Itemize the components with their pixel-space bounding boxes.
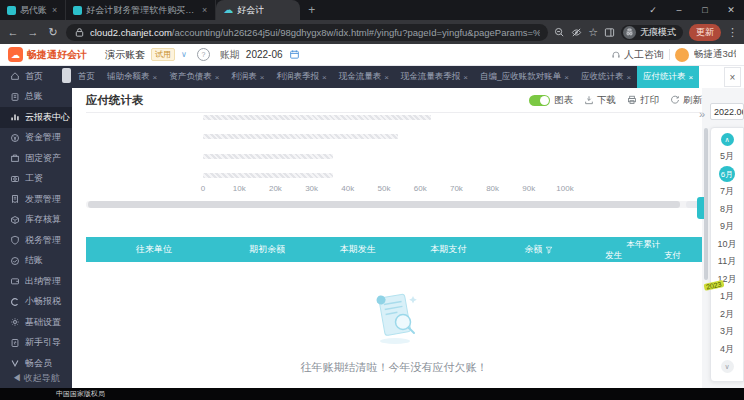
sidebar-item-cashier[interactable]: 出纳管理 (0, 271, 72, 292)
chart-toggle-label: 图表 (554, 94, 573, 107)
refresh-button[interactable]: 刷新 (670, 94, 702, 107)
tab-close-icon[interactable]: × (201, 5, 208, 15)
restore-button[interactable]: □ (692, 0, 718, 20)
browser-menu-icon[interactable]: ⋮ (727, 26, 738, 39)
chrome-update-button[interactable]: 更新 (689, 24, 721, 41)
account-chevron-down-icon[interactable]: ∨ (181, 50, 187, 59)
app-tab-8[interactable]: 应收统计表 × (575, 66, 637, 88)
sidebar-resize-grip[interactable] (62, 68, 71, 83)
user-avatar[interactable] (675, 48, 689, 62)
minimize-button[interactable]: – (666, 0, 692, 20)
help-icon[interactable]: ? (197, 48, 210, 61)
period-value[interactable]: 2022-06 (246, 49, 283, 60)
month-item-5月[interactable]: 5月 (711, 148, 743, 166)
app-tab-0[interactable]: 首页 (72, 66, 101, 88)
month-item-4月[interactable]: 4月 (711, 341, 743, 359)
eye-off-icon[interactable] (571, 27, 582, 38)
month-item-9月[interactable]: 9月 (711, 218, 743, 236)
month-item-3月[interactable]: 3月 (711, 323, 743, 341)
table-column-2: 本期发生 (312, 237, 403, 262)
sidebar-item-report-center[interactable]: 云报表中心 (0, 107, 72, 128)
close-all-tabs-button[interactable]: × (724, 67, 741, 87)
reload-icon[interactable]: ↻ (46, 26, 60, 39)
brand-name: 畅捷通好会计 (27, 48, 87, 62)
browser-tab-pricing[interactable]: 好会计财务管理软件购买价格页... × (66, 0, 216, 20)
sidebar-item-inventory[interactable]: 库存核算 (0, 210, 72, 231)
incognito-badge[interactable]: 无痕模式 (621, 25, 683, 40)
scrollbar-thumb[interactable] (88, 201, 680, 208)
month-item-2月[interactable]: 2月 (711, 306, 743, 324)
month-item-10月[interactable]: 10月 (711, 236, 743, 254)
tab-close-icon[interactable]: × (215, 73, 220, 82)
tab-close-icon[interactable]: × (564, 73, 569, 82)
app-tab-2[interactable]: 资产负债表 × (163, 66, 225, 88)
new-tab-button[interactable]: + (308, 3, 315, 17)
browser-tab-title: 好会计 (237, 4, 264, 17)
app-tab-1[interactable]: 辅助余额表 × (101, 66, 163, 88)
tab-close-icon[interactable]: × (689, 73, 694, 82)
app-tab-4[interactable]: 利润表季报 × (271, 66, 333, 88)
user-name[interactable]: 畅捷通3d饰… (694, 48, 736, 61)
month-scroll-down-icon[interactable]: ∨ (721, 360, 734, 373)
sidebar-item-member[interactable]: 畅会员 (0, 353, 72, 374)
support-button[interactable]: 人工咨询 (611, 48, 664, 62)
app-tab-7[interactable]: 自编_应收账款对账单 × (474, 66, 575, 88)
month-item-11月[interactable]: 11月 (711, 253, 743, 271)
sidebar-item-settings[interactable]: 基础设置 (0, 312, 72, 333)
browser-tab-title: 好会计财务管理软件购买价格页... (86, 4, 197, 17)
month-scroll-up-icon[interactable]: ∧ (721, 133, 734, 146)
app-tab-3[interactable]: 利润表 × (225, 66, 270, 88)
tab-close-icon[interactable]: × (260, 73, 265, 82)
app-tab-9[interactable]: 应付统计表 × (637, 66, 699, 88)
address-bar[interactable]: cloud2.chanjet.com/accounting/uh26t264j5… (66, 24, 548, 41)
collapse-label: 收起导航 (24, 373, 60, 383)
sidebar-item-invoice[interactable]: 发票管理 (0, 189, 72, 210)
profile-check-icon[interactable]: ✓ (640, 0, 666, 20)
tab-close-icon[interactable]: × (463, 73, 468, 82)
invoice-icon (10, 194, 20, 204)
table-column-1: 期初余额 (222, 237, 313, 262)
month-item-6月[interactable]: 6月 (711, 166, 743, 184)
home-icon (10, 71, 20, 81)
sidebar-item-guide[interactable]: 新手引导 (0, 333, 72, 354)
month-item-1月[interactable]: 2023 1月 (711, 288, 743, 306)
calendar-icon[interactable] (289, 49, 300, 60)
sidebar-item-xiaochang-tax[interactable]: 小畅报税 (0, 292, 72, 313)
tab-close-icon[interactable]: × (153, 73, 158, 82)
sidebar-item-label: 库存核算 (25, 213, 61, 226)
tab-close-icon[interactable]: × (322, 73, 327, 82)
back-icon[interactable]: ← (6, 26, 20, 38)
account-set-name[interactable]: 演示账套 (105, 48, 145, 62)
browser-tab-haokuaiji[interactable]: ☁ 好会计 (216, 0, 300, 20)
sidebar-item-fixed-assets[interactable]: 固定资产 (0, 148, 72, 169)
tab-close-icon[interactable]: × (384, 73, 389, 82)
filter-icon[interactable] (545, 246, 553, 254)
vertical-scrollbar[interactable] (704, 128, 708, 280)
sidebar-item-tax[interactable]: 税务管理 (0, 230, 72, 251)
side-panel-icon[interactable] (604, 27, 615, 38)
month-item-7月[interactable]: 7月 (711, 183, 743, 201)
tab-close-icon[interactable]: × (626, 73, 631, 82)
forward-icon[interactable]: → (26, 26, 40, 38)
month-item-8月[interactable]: 8月 (711, 201, 743, 219)
sidebar-item-closing[interactable]: 结账 (0, 251, 72, 272)
sidebar-item-funds[interactable]: 资金管理 (0, 128, 72, 149)
app-tab-label: 利润表季报 (277, 71, 320, 83)
app-tab-label: 自编_应收账款对账单 (480, 71, 561, 83)
chart-toggle[interactable] (529, 95, 550, 106)
bookmark-star-icon[interactable]: ☆ (588, 27, 598, 38)
print-button[interactable]: 打印 (627, 94, 659, 107)
sidebar-collapse-button[interactable]: ◀ 收起导航 (0, 372, 72, 385)
zoom-out-icon[interactable] (554, 27, 565, 38)
close-window-button[interactable]: ✕ (718, 0, 744, 20)
panel-collapse-icon[interactable]: » (699, 108, 705, 120)
browser-tab-yidaizhang[interactable]: 易代账 × (0, 0, 66, 20)
sidebar-item-ledger[interactable]: 总账 (0, 87, 72, 108)
month-panel-header[interactable]: 2022.06 (710, 103, 744, 120)
feedback-tab[interactable] (697, 197, 704, 219)
download-button[interactable]: 下载 (584, 94, 616, 107)
sidebar-item-salary[interactable]: 工资 (0, 169, 72, 190)
app-tab-5[interactable]: 现金流量表 × (333, 66, 395, 88)
tab-close-icon[interactable]: × (51, 5, 58, 15)
app-tab-6[interactable]: 现金流量表季报 × (395, 66, 474, 88)
